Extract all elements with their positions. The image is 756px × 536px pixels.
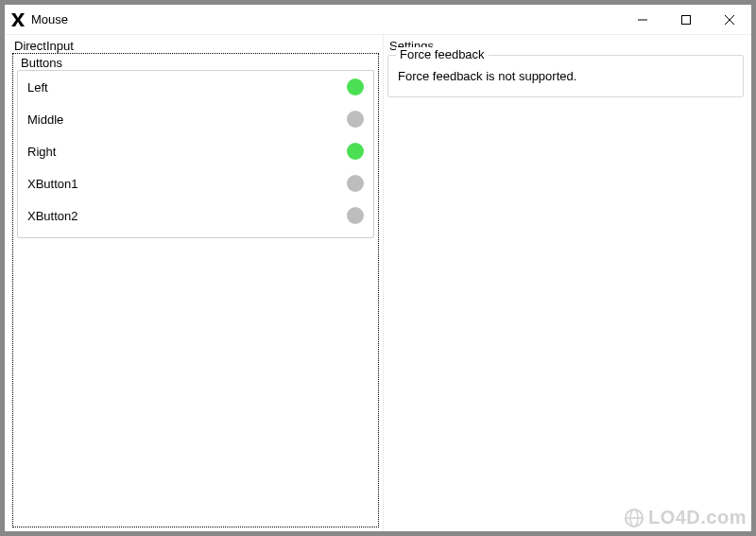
maximize-button[interactable] [664,5,708,35]
button-label-xbutton1: XButton1 [27,177,347,191]
titlebar[interactable]: Mouse [5,5,751,35]
force-feedback-legend: Force feedback [396,47,489,61]
globe-icon [624,508,644,528]
watermark-text: LO4D.com [648,507,747,528]
indicator-icon [347,143,364,160]
buttons-panel: Left Middle Right XButton1 [17,70,374,238]
button-row: XButton1 [18,167,373,199]
watermark: LO4D.com [624,507,747,528]
button-row: Right [18,135,373,167]
indicator-icon [347,78,364,95]
left-pane: DirectInput Buttons Left Middle Right [5,35,383,531]
right-pane: Settings Force feedback Force feedback i… [383,35,751,531]
content-area: DirectInput Buttons Left Middle Right [5,35,751,531]
directinput-panel: Buttons Left Middle Right [12,53,379,527]
indicator-icon [347,111,364,128]
close-button[interactable] [708,5,751,35]
button-row: XButton2 [18,199,373,232]
button-label-right: Right [27,145,347,159]
indicator-icon [347,175,364,192]
app-window: Mouse DirectInput Buttons Left [4,4,752,532]
window-title: Mouse [31,12,68,26]
svg-rect-1 [682,15,691,24]
force-feedback-panel: Force feedback Force feedback is not sup… [387,55,744,97]
button-row: Left [18,71,373,103]
minimize-button[interactable] [621,5,664,35]
app-icon [10,12,26,27]
force-feedback-message: Force feedback is not supported. [398,69,733,83]
button-label-xbutton2: XButton2 [27,209,347,223]
indicator-icon [347,207,364,224]
button-label-middle: Middle [27,112,347,127]
directinput-label: DirectInput [12,39,379,53]
buttons-group-label: Buttons [17,56,374,70]
button-label-left: Left [27,80,347,95]
button-row: Middle [18,103,373,135]
